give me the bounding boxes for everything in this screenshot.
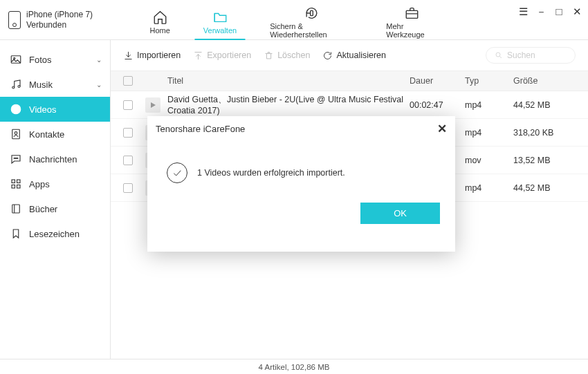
dialog-close-button[interactable]: ✕ xyxy=(437,122,447,136)
checkmark-icon xyxy=(167,162,187,183)
dialog-message: 1 Videos wurden erfolgreich importiert. xyxy=(197,168,345,178)
modal-overlay: Tenorshare iCareFone ✕ 1 Videos wurden e… xyxy=(0,0,588,374)
ok-button[interactable]: OK xyxy=(360,203,440,224)
import-success-dialog: Tenorshare iCareFone ✕ 1 Videos wurden e… xyxy=(147,116,455,252)
dialog-title: Tenorshare iCareFone xyxy=(156,124,245,134)
